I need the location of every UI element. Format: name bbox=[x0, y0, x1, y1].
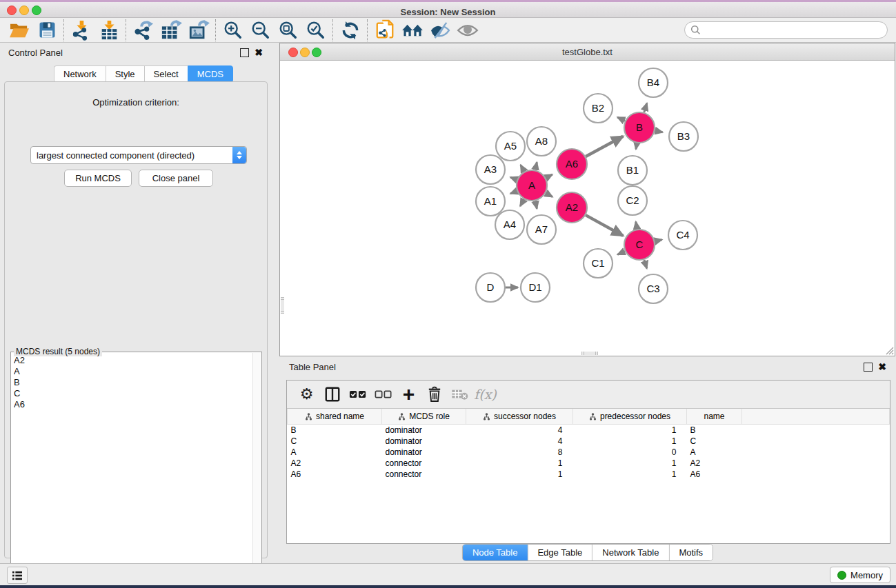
table-cell[interactable]: 0 bbox=[573, 447, 687, 458]
table-row[interactable]: A2connector11A2 bbox=[288, 458, 890, 469]
table-cell[interactable]: 4 bbox=[466, 436, 573, 447]
table-cell[interactable]: B bbox=[288, 425, 382, 436]
float-panel-icon[interactable] bbox=[240, 48, 249, 57]
window-bottom-gripper[interactable] bbox=[581, 352, 598, 355]
table-row[interactable]: Cdominator41C bbox=[288, 436, 890, 447]
search-field[interactable] bbox=[684, 21, 888, 39]
clone-network-icon[interactable] bbox=[371, 19, 399, 41]
table-cell[interactable]: A2 bbox=[288, 458, 382, 469]
export-network-icon[interactable] bbox=[130, 19, 157, 41]
network-window-titlebar[interactable]: testGlobe.txt bbox=[280, 43, 895, 61]
window-resize-grip[interactable] bbox=[885, 346, 894, 355]
tab-edge-table[interactable]: Edge Table bbox=[528, 545, 593, 560]
mcds-result-scrollbar[interactable] bbox=[252, 353, 261, 584]
graph-edge[interactable] bbox=[510, 177, 517, 180]
save-session-icon[interactable] bbox=[33, 19, 61, 41]
add-column-icon[interactable]: + bbox=[396, 383, 421, 406]
task-history-button[interactable] bbox=[7, 567, 28, 584]
table-row[interactable]: Adominator80A bbox=[288, 447, 890, 458]
column-settings-gear-icon[interactable]: ⚙ bbox=[294, 383, 319, 406]
mcds-result-item[interactable]: A bbox=[14, 366, 252, 377]
mcds-result-item[interactable]: C bbox=[14, 388, 252, 399]
memory-button[interactable]: Memory bbox=[830, 567, 890, 583]
tab-style[interactable]: Style bbox=[106, 65, 144, 83]
graph-edge[interactable] bbox=[546, 174, 552, 178]
table-column-header[interactable]: successor nodes bbox=[466, 409, 573, 425]
function-builder-icon[interactable]: f(x) bbox=[472, 383, 498, 406]
show-column-icon[interactable] bbox=[319, 383, 345, 406]
table-cell[interactable]: A bbox=[687, 447, 742, 458]
table-cell[interactable]: connector bbox=[382, 469, 466, 480]
table-cell[interactable]: 8 bbox=[466, 447, 573, 458]
tab-network[interactable]: Network bbox=[54, 65, 106, 83]
table-row[interactable]: Bdominator41B bbox=[288, 425, 890, 436]
table-cell[interactable]: A6 bbox=[687, 469, 742, 480]
graph-edge[interactable] bbox=[510, 191, 517, 194]
mcds-result-item[interactable]: B bbox=[14, 377, 252, 388]
zoom-selected-icon[interactable] bbox=[302, 19, 330, 41]
table-cell[interactable]: A2 bbox=[687, 458, 742, 469]
delete-column-icon[interactable] bbox=[421, 383, 447, 406]
table-column-header[interactable]: shared name bbox=[288, 409, 382, 425]
table-cell[interactable]: dominator bbox=[382, 425, 466, 436]
open-folder-icon[interactable] bbox=[6, 19, 33, 41]
zoom-out-icon[interactable] bbox=[247, 19, 275, 41]
table-cell[interactable]: A bbox=[288, 447, 382, 458]
optimization-criterion-dropdown[interactable]: largest connected component (directed) bbox=[30, 146, 247, 164]
refresh-view-icon[interactable] bbox=[337, 19, 364, 41]
graph-edge[interactable] bbox=[655, 131, 663, 132]
table-cell[interactable]: 1 bbox=[573, 425, 687, 436]
graph-edge[interactable] bbox=[644, 260, 647, 268]
zoom-fit-icon[interactable] bbox=[275, 19, 302, 41]
float-table-panel-icon[interactable] bbox=[864, 363, 873, 372]
table-cell[interactable]: C bbox=[288, 436, 382, 447]
mcds-result-item[interactable]: A2 bbox=[14, 355, 252, 366]
graph-edge[interactable] bbox=[636, 143, 637, 150]
birdseye-view-icon[interactable] bbox=[454, 19, 481, 41]
graph-edge[interactable] bbox=[535, 201, 537, 208]
graph-edge[interactable] bbox=[586, 215, 623, 236]
zoom-in-icon[interactable] bbox=[219, 19, 247, 41]
table-cell[interactable]: 1 bbox=[466, 458, 573, 469]
close-table-panel-icon[interactable]: ✖ bbox=[878, 363, 886, 371]
graph-edge[interactable] bbox=[546, 193, 552, 196]
tab-network-table[interactable]: Network Table bbox=[593, 545, 669, 560]
graph-edge[interactable] bbox=[520, 199, 524, 206]
network-canvas[interactable]: B4B2BB3A8A5A6A3B1AA1C2A2A4A7C4CC1C3DD1 bbox=[280, 61, 895, 356]
table-column-header[interactable]: predecessor nodes bbox=[573, 409, 687, 425]
mcds-result-item[interactable]: A6 bbox=[14, 399, 252, 410]
delete-table-icon[interactable] bbox=[447, 383, 472, 406]
table-cell[interactable]: 1 bbox=[573, 469, 687, 480]
search-input[interactable] bbox=[704, 23, 887, 38]
run-mcds-button[interactable]: Run MCDS bbox=[64, 170, 132, 187]
table-cell[interactable]: dominator bbox=[382, 436, 466, 447]
table-cell[interactable]: 4 bbox=[466, 425, 573, 436]
table-cell[interactable]: dominator bbox=[382, 447, 466, 458]
tab-motifs[interactable]: Motifs bbox=[669, 545, 713, 560]
tab-mcds[interactable]: MCDS bbox=[188, 65, 233, 83]
graph-edge[interactable] bbox=[586, 136, 623, 156]
graph-edge[interactable] bbox=[636, 222, 637, 230]
graph-edge[interactable] bbox=[655, 240, 661, 241]
graph-edge[interactable] bbox=[521, 165, 524, 172]
close-panel-icon[interactable]: ✖ bbox=[255, 49, 263, 57]
table-cell[interactable]: connector bbox=[382, 458, 466, 469]
table-row[interactable]: A6connector11A6 bbox=[288, 469, 890, 480]
export-image-icon[interactable] bbox=[185, 19, 212, 41]
table-column-header[interactable]: name bbox=[687, 409, 742, 425]
deselect-all-icon[interactable] bbox=[370, 383, 396, 406]
close-panel-button[interactable]: Close panel bbox=[139, 170, 213, 187]
export-table-icon[interactable] bbox=[157, 19, 185, 41]
hide-details-icon[interactable] bbox=[426, 19, 454, 41]
table-cell[interactable]: B bbox=[687, 425, 742, 436]
window-left-gripper[interactable] bbox=[281, 297, 284, 314]
graph-edge[interactable] bbox=[617, 251, 625, 254]
graph-edge[interactable] bbox=[617, 117, 625, 121]
table-cell[interactable]: 1 bbox=[573, 436, 687, 447]
import-network-icon[interactable] bbox=[68, 19, 95, 41]
table-cell[interactable]: 1 bbox=[573, 458, 687, 469]
first-neighbors-icon[interactable] bbox=[399, 19, 426, 41]
select-all-icon[interactable] bbox=[345, 383, 370, 406]
tab-select[interactable]: Select bbox=[144, 65, 188, 83]
graph-edge[interactable] bbox=[535, 162, 537, 170]
